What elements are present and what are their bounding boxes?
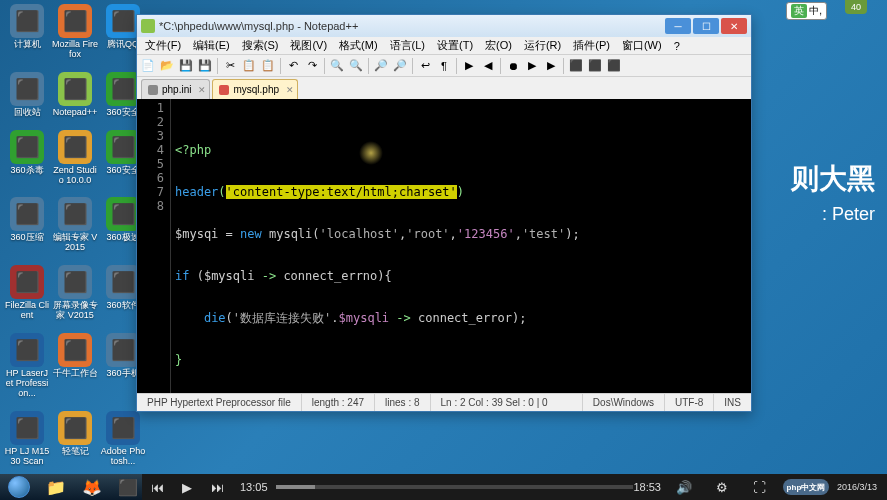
icon-label: HP LaserJet Profession... xyxy=(4,369,50,399)
extra-icon-2[interactable]: ⬛ xyxy=(586,57,604,75)
fullscreen-icon[interactable]: ⛶ xyxy=(745,474,775,500)
zoom-in-icon[interactable]: 🔎 xyxy=(372,57,390,75)
desktop-icon[interactable]: ⬛Zend Studio 10.0.0 xyxy=(52,130,98,186)
undo-icon[interactable]: ↶ xyxy=(284,57,302,75)
desktop-icon[interactable]: ⬛Adobe Photosh... xyxy=(100,411,146,467)
outdent-icon[interactable]: ◀ xyxy=(479,57,497,75)
maximize-button[interactable]: ☐ xyxy=(693,18,719,34)
close-button[interactable]: ✕ xyxy=(721,18,747,34)
menu-item[interactable]: ? xyxy=(668,40,686,52)
app-icon: ⬛ xyxy=(10,265,44,299)
indent-icon[interactable]: ▶ xyxy=(460,57,478,75)
extra-icon-3[interactable]: ⬛ xyxy=(605,57,623,75)
desktop-icon[interactable]: ⬛Notepad++ xyxy=(52,72,98,118)
desktop-icon[interactable]: ⬛计算机 xyxy=(4,4,50,60)
desktop-icon[interactable]: ⬛360杀毒 xyxy=(4,130,50,186)
replace-icon[interactable]: 🔍 xyxy=(347,57,365,75)
tab-mysql-php[interactable]: mysql.php✕ xyxy=(212,79,298,99)
line-number: 1 xyxy=(137,101,164,115)
status-eol: Dos\Windows xyxy=(583,394,665,411)
desktop-icon[interactable]: ⬛Mozilla Firefox xyxy=(52,4,98,60)
menu-item[interactable]: 编辑(E) xyxy=(187,38,236,53)
tab-php-ini[interactable]: php.ini✕ xyxy=(141,79,210,99)
taskbar-app-icon[interactable]: ⬛ xyxy=(111,476,145,498)
icon-label: Adobe Photosh... xyxy=(100,447,146,467)
code-area[interactable]: <?php header('content-type:text/html;cha… xyxy=(171,99,751,393)
desktop-icon[interactable]: ⬛360压缩 xyxy=(4,197,50,253)
app-icon: ⬛ xyxy=(58,197,92,231)
minimize-button[interactable]: ─ xyxy=(665,18,691,34)
tab-close-icon[interactable]: ✕ xyxy=(286,85,294,95)
app-icon: ⬛ xyxy=(58,265,92,299)
redo-icon[interactable]: ↷ xyxy=(303,57,321,75)
video-progress[interactable] xyxy=(276,485,634,489)
ime-indicator[interactable]: 英 中, xyxy=(786,2,827,20)
save-icon[interactable]: 💾 xyxy=(177,57,195,75)
menu-item[interactable]: 运行(R) xyxy=(518,38,567,53)
code-editor[interactable]: 12345678 <?php header('content-type:text… xyxy=(137,99,751,393)
desktop-icon[interactable]: ⬛回收站 xyxy=(4,72,50,118)
window-title: *C:\phpedu\www\mysql.php - Notepad++ xyxy=(159,20,665,32)
zoom-out-icon[interactable]: 🔎 xyxy=(391,57,409,75)
icon-label: 回收站 xyxy=(4,108,50,118)
desktop-icon[interactable]: ⬛HP LaserJet Profession... xyxy=(4,333,50,399)
desktop-icon[interactable]: ⬛千牛工作台 xyxy=(52,333,98,399)
desktop-icon[interactable]: ⬛FileZilla Client xyxy=(4,265,50,321)
next-button[interactable]: ⏭ xyxy=(202,474,232,500)
ime-mode: 英 xyxy=(791,4,807,18)
status-length: length : 247 xyxy=(302,394,375,411)
volume-icon[interactable]: 🔊 xyxy=(669,474,699,500)
save-all-icon[interactable]: 💾 xyxy=(196,57,214,75)
paste-icon[interactable]: 📋 xyxy=(259,57,277,75)
app-icon: ⬛ xyxy=(10,333,44,367)
notepad-window: *C:\phpedu\www\mysql.php - Notepad++ ─ ☐… xyxy=(136,14,752,412)
menu-item[interactable]: 设置(T) xyxy=(431,38,479,53)
desktop-icon[interactable]: ⬛编辑专家 V2015 xyxy=(52,197,98,253)
status-lines: lines : 8 xyxy=(375,394,430,411)
app-icon xyxy=(141,19,155,33)
wordwrap-icon[interactable]: ↩ xyxy=(416,57,434,75)
desktop-icon[interactable]: ⬛HP LJ M1530 Scan xyxy=(4,411,50,467)
settings-icon[interactable]: ⚙ xyxy=(707,474,737,500)
notification-badge[interactable]: 40 xyxy=(845,0,867,14)
menu-item[interactable]: 宏(O) xyxy=(479,38,518,53)
app-icon: ⬛ xyxy=(106,72,140,106)
titlebar[interactable]: *C:\phpedu\www\mysql.php - Notepad++ ─ ☐… xyxy=(137,15,751,37)
copy-icon[interactable]: 📋 xyxy=(240,57,258,75)
status-encoding: UTF-8 xyxy=(665,394,714,411)
desktop-icon[interactable]: ⬛屏幕录像专家 V2015 xyxy=(52,265,98,321)
icon-label: Mozilla Firefox xyxy=(52,40,98,60)
show-chars-icon[interactable]: ¶ xyxy=(435,57,453,75)
menu-item[interactable]: 语言(L) xyxy=(384,38,431,53)
play-button[interactable]: ▶ xyxy=(172,474,202,500)
icon-label: 屏幕录像专家 V2015 xyxy=(52,301,98,321)
icon-label: 轻笔记 xyxy=(52,447,98,457)
new-file-icon[interactable]: 📄 xyxy=(139,57,157,75)
prev-button[interactable]: ⏮ xyxy=(142,474,172,500)
menu-bar: 文件(F)编辑(E)搜索(S)视图(V)格式(M)语言(L)设置(T)宏(O)运… xyxy=(137,37,751,55)
menu-item[interactable]: 文件(F) xyxy=(139,38,187,53)
tab-bar: php.ini✕mysql.php✕ xyxy=(137,77,751,99)
menu-item[interactable]: 格式(M) xyxy=(333,38,384,53)
status-bar: PHP Hypertext Preprocessor file length :… xyxy=(137,393,751,411)
taskbar-explorer-icon[interactable]: 📁 xyxy=(39,476,73,498)
start-button[interactable] xyxy=(0,474,38,500)
line-number: 6 xyxy=(137,171,164,185)
desktop-icon[interactable]: ⬛轻笔记 xyxy=(52,411,98,467)
run-icon[interactable]: ▶ xyxy=(542,57,560,75)
record-macro-icon[interactable]: ⏺ xyxy=(504,57,522,75)
icon-label: FileZilla Client xyxy=(4,301,50,321)
icon-label: 计算机 xyxy=(4,40,50,50)
play-macro-icon[interactable]: ▶ xyxy=(523,57,541,75)
find-icon[interactable]: 🔍 xyxy=(328,57,346,75)
menu-item[interactable]: 窗口(W) xyxy=(616,38,668,53)
menu-item[interactable]: 插件(P) xyxy=(567,38,616,53)
taskbar-firefox-icon[interactable]: 🦊 xyxy=(75,476,109,498)
open-file-icon[interactable]: 📂 xyxy=(158,57,176,75)
menu-item[interactable]: 视图(V) xyxy=(284,38,333,53)
extra-icon[interactable]: ⬛ xyxy=(567,57,585,75)
menu-item[interactable]: 搜索(S) xyxy=(236,38,285,53)
tab-close-icon[interactable]: ✕ xyxy=(198,85,206,95)
cut-icon[interactable]: ✂ xyxy=(221,57,239,75)
app-icon: ⬛ xyxy=(106,411,140,445)
